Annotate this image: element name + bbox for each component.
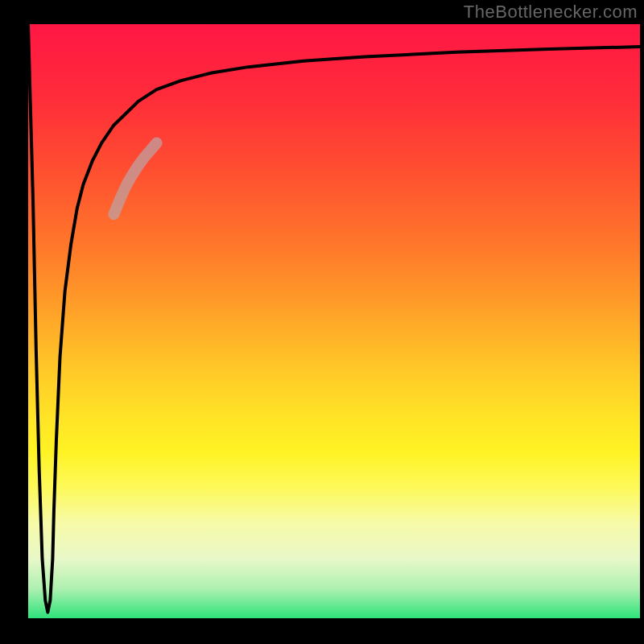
plot-area <box>28 24 640 618</box>
chart-svg <box>28 24 640 618</box>
attribution-label: TheBottlenecker.com <box>464 2 638 23</box>
axis-bottom-border <box>0 618 644 644</box>
highlight-segment-path <box>114 143 156 215</box>
axis-left-border <box>0 0 28 644</box>
bottleneck-curve-path <box>28 24 640 613</box>
